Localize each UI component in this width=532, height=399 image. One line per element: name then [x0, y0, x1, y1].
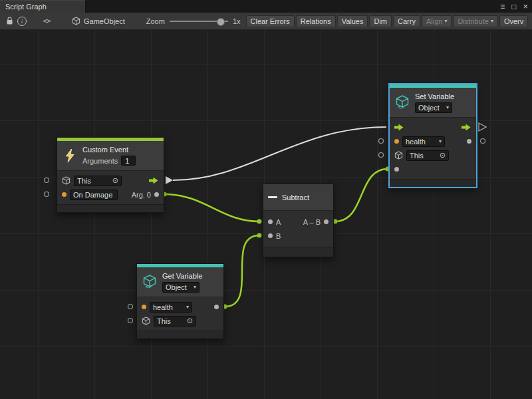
overview-button[interactable]: Overv: [499, 15, 528, 27]
wire-endpoint-dot[interactable]: [257, 219, 262, 224]
node-custom-event[interactable]: Custom Event Arguments 1 This ⊙: [57, 137, 164, 213]
unconnected-port-ring[interactable]: [45, 178, 49, 183]
code-icon[interactable]: <>: [41, 15, 53, 27]
clear-errors-button[interactable]: Clear Errors: [246, 15, 295, 27]
arg0-output-port[interactable]: [154, 192, 159, 197]
port-row-a: A A – B: [263, 215, 333, 229]
lightning-icon: [62, 148, 78, 164]
distribute-button: Distribute▾: [453, 15, 497, 27]
unconnected-port-ring[interactable]: [45, 192, 49, 197]
node-title: Set Variable: [415, 92, 454, 100]
node-footer: [137, 331, 223, 338]
wire-flow-customevent-to-setvariable[interactable]: [173, 127, 386, 180]
node-header: Subtract: [263, 184, 333, 211]
node-subtract[interactable]: Subtract A A – B B: [263, 184, 334, 257]
wire-arg0-to-subtract-a[interactable]: [164, 194, 259, 221]
carry-button[interactable]: Carry: [393, 15, 420, 27]
unconnected-port-ring[interactable]: [128, 319, 133, 323]
window-controls: ≡ □ ×: [500, 0, 528, 13]
variable-cube-icon: <>: [142, 274, 158, 290]
close-icon[interactable]: ×: [523, 2, 528, 11]
cube-icon: [72, 17, 80, 25]
arguments-input[interactable]: 1: [121, 156, 136, 166]
unconnected-port-ring[interactable]: [379, 153, 384, 158]
node-set-variable[interactable]: <> Set Variable Object ▾: [389, 84, 477, 188]
port-row-value-input: [390, 162, 476, 176]
event-name-input[interactable]: On Damage: [70, 190, 118, 200]
name-port-dot[interactable]: [394, 139, 399, 144]
variable-name-dropdown[interactable]: health ▾: [402, 136, 445, 147]
node-footer: [390, 179, 476, 187]
unconnected-port-ring[interactable]: [379, 139, 384, 144]
name-port-dot[interactable]: [142, 305, 146, 309]
cube-icon: [394, 151, 403, 160]
this-object-picker[interactable]: This ⊙: [74, 176, 122, 186]
align-button: Align▾: [422, 15, 452, 27]
value-output-port[interactable]: [214, 305, 219, 309]
port-row-this: This ⊙: [390, 148, 476, 162]
svg-text:<>: <>: [146, 284, 152, 290]
dim-button[interactable]: Dim: [369, 15, 392, 27]
wire-subtract-to-setvariable[interactable]: [335, 169, 388, 221]
arguments-label: Arguments: [82, 157, 118, 165]
graph-canvas[interactable]: Custom Event Arguments 1 This ⊙: [0, 30, 532, 399]
this-object-picker[interactable]: This ⊙: [406, 150, 449, 161]
output-port-result[interactable]: [324, 219, 329, 224]
flow-output-port[interactable]: [462, 124, 471, 131]
unconnected-port-ring[interactable]: [481, 139, 485, 144]
gameobject-label: GameObject: [84, 17, 125, 25]
node-header: <> Get Variable Object ▾: [137, 267, 223, 297]
zoom-slider[interactable]: [170, 17, 228, 25]
flow-input-port[interactable]: [394, 124, 404, 131]
arg0-label: Arg. 0: [132, 191, 151, 199]
zoom-control: Zoom 1x: [146, 17, 241, 25]
variable-scope-dropdown[interactable]: Object ▾: [415, 102, 452, 113]
chevron-down-icon: ▾: [491, 18, 493, 24]
graph-toolbar: i <> GameObject Zoom 1x Clear Errors Rel…: [0, 13, 532, 30]
chevron-down-icon: ▾: [446, 104, 449, 110]
zoom-label: Zoom: [146, 17, 165, 25]
value-port-dot[interactable]: [62, 192, 66, 197]
unconnected-port-ring[interactable]: [128, 305, 133, 309]
window-menu-icon[interactable]: ≡: [500, 3, 505, 11]
lock-icon[interactable]: [3, 15, 15, 27]
tab-script-graph[interactable]: Script Graph: [0, 0, 86, 13]
tab-strip: Script Graph ≡ □ ×: [0, 0, 532, 13]
port-row-event-name: On Damage Arg. 0: [57, 188, 164, 201]
target-picker-icon[interactable]: ⊙: [187, 317, 193, 325]
zoom-slider-handle[interactable]: [217, 18, 225, 26]
node-footer: [57, 204, 164, 212]
relations-button[interactable]: Relations: [296, 15, 336, 27]
gameobject-context[interactable]: GameObject: [72, 17, 125, 25]
target-picker-icon[interactable]: ⊙: [440, 152, 446, 159]
input-port-b[interactable]: [268, 233, 273, 238]
variable-cube-icon: <>: [394, 94, 410, 110]
value-output-port[interactable]: [467, 139, 471, 144]
node-header: Custom Event Arguments 1: [57, 141, 164, 171]
variable-scope-dropdown[interactable]: Object ▾: [162, 282, 200, 293]
maximize-icon[interactable]: □: [511, 3, 516, 11]
node-title: Subtract: [282, 194, 309, 201]
chevron-down-icon: ▾: [444, 18, 447, 24]
flow-output-port[interactable]: [149, 177, 159, 184]
flow-arrowhead-connected[interactable]: [166, 176, 173, 184]
wire-getvariable-to-subtract-b[interactable]: [225, 235, 259, 307]
chevron-down-icon: ▾: [439, 138, 442, 144]
input-port-a[interactable]: [268, 219, 273, 224]
this-object-picker[interactable]: This ⊙: [154, 316, 196, 327]
info-icon[interactable]: i: [17, 17, 27, 26]
flow-arrowhead-unconnected[interactable]: [479, 123, 486, 131]
target-picker-icon[interactable]: ⊙: [112, 177, 118, 184]
script-graph-window: Script Graph ≡ □ × i <> GameObject Zoom …: [0, 0, 532, 399]
node-get-variable[interactable]: <> Get Variable Object ▾ health: [136, 263, 224, 339]
cube-icon: [142, 317, 150, 325]
variable-name-dropdown[interactable]: health ▾: [150, 302, 192, 313]
tab-title: Script Graph: [5, 3, 47, 11]
node-footer: [263, 247, 333, 257]
port-row-this: This ⊙: [137, 314, 223, 328]
port-row-this: This ⊙: [57, 174, 164, 188]
value-input-port[interactable]: [394, 167, 399, 172]
wire-endpoint-dot[interactable]: [257, 233, 262, 238]
cube-icon: [62, 176, 70, 185]
values-button[interactable]: Values: [337, 15, 368, 27]
